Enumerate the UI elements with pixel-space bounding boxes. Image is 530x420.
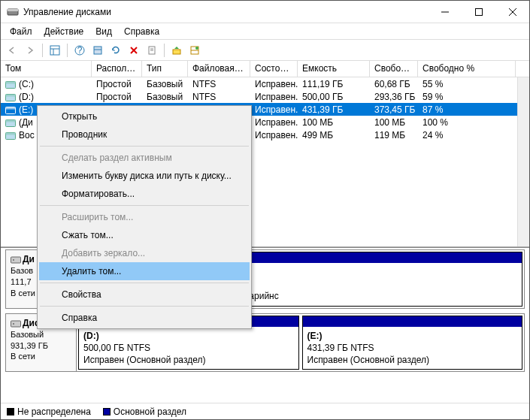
context-item: Добавить зеркало... [39,244,250,262]
drive-icon [5,119,16,126]
svg-rect-23 [6,81,16,83]
context-item: Расширить том... [39,208,250,226]
legend-swatch-unallocated [7,408,14,415]
titlebar: Управление дисками [1,1,529,23]
svg-rect-32 [11,257,21,263]
svg-rect-27 [6,107,16,109]
disk-icon [11,319,21,328]
back-button[interactable] [4,42,20,59]
toolbar-properties-button[interactable] [144,42,160,59]
legend: Не распределена Основной раздел [1,403,529,419]
svg-rect-25 [6,94,16,96]
svg-rect-11 [94,47,101,54]
menu-file[interactable]: Файл [4,25,38,38]
svg-rect-34 [11,321,21,327]
volume-row[interactable]: (D:)ПростойБазовыйNTFSИсправен...500,00 … [1,90,529,103]
context-item[interactable]: Открыть [39,107,250,125]
menubar: Файл Действие Вид Справка [1,23,529,40]
window-controls [428,1,529,23]
context-item[interactable]: Сжать том... [39,226,250,244]
svg-rect-6 [50,46,59,55]
context-item[interactable]: Форматировать... [39,185,250,203]
list-header: Том Располо... Тип Файловая с... Состоян… [1,61,529,77]
svg-point-21 [195,47,198,50]
col-type[interactable]: Тип [142,61,188,77]
svg-rect-1 [8,9,18,11]
svg-rect-29 [6,119,16,122]
col-freepct[interactable]: Свободно % [418,61,516,77]
context-item: Сделать раздел активным [39,149,250,167]
context-separator [40,146,249,147]
col-state[interactable]: Состояние [250,61,298,77]
toolbar: ? [1,40,529,61]
col-layout[interactable]: Располо... [92,61,142,77]
scrollbar[interactable] [517,77,529,246]
drive-icon [5,93,16,101]
context-item[interactable]: Свойства [39,286,250,304]
toolbar-action1-button[interactable] [168,42,185,59]
legend-unallocated: Не распределена [7,406,91,417]
toolbar-action2-button[interactable] [186,42,203,59]
disk-icon [11,255,21,264]
minimize-button[interactable] [428,1,462,23]
col-volume[interactable]: Том [1,61,92,77]
col-free[interactable]: Свобод... [370,61,418,77]
col-fs[interactable]: Файловая с... [188,61,250,77]
volume-row[interactable]: (C:)ПростойБазовыйNTFSИсправен...111,19 … [1,77,529,90]
svg-rect-3 [475,8,482,15]
menu-view[interactable]: Вид [89,25,118,38]
context-separator [40,283,249,283]
menu-action[interactable]: Действие [38,25,90,38]
drive-icon [5,106,16,113]
svg-point-35 [13,323,14,325]
legend-swatch-primary [103,408,111,415]
app-icon [7,6,19,18]
drive-icon [5,131,16,139]
svg-rect-18 [173,50,180,54]
toolbar-view-button[interactable] [47,42,63,59]
context-item[interactable]: Справка [39,309,250,327]
context-separator [40,205,249,206]
legend-primary: Основной раздел [103,406,186,417]
toolbar-refresh-button[interactable] [108,42,124,59]
svg-point-33 [13,259,14,261]
menu-help[interactable]: Справка [118,25,165,38]
drive-icon [5,80,16,88]
context-item[interactable]: Удалить том... [39,262,250,280]
forward-button[interactable] [22,42,38,59]
col-capacity[interactable]: Емкость [298,61,370,77]
context-item[interactable]: Проводник [39,125,250,144]
svg-rect-31 [6,132,16,134]
toolbar-help-button[interactable]: ? [71,42,88,59]
svg-text:?: ? [77,45,83,56]
close-button[interactable] [495,1,529,23]
window-title: Управление дисками [23,7,428,17]
context-menu: ОткрытьПроводникСделать раздел активнымИ… [37,105,252,329]
toolbar-settings-button[interactable] [89,42,106,59]
maximize-button[interactable] [462,1,495,23]
partition-box[interactable]: (E:)431,39 ГБ NTFSИсправен (Основной раз… [302,316,523,370]
context-separator [40,306,249,307]
context-item[interactable]: Изменить букву диска или путь к диску... [39,167,250,185]
toolbar-delete-button[interactable] [126,42,142,59]
